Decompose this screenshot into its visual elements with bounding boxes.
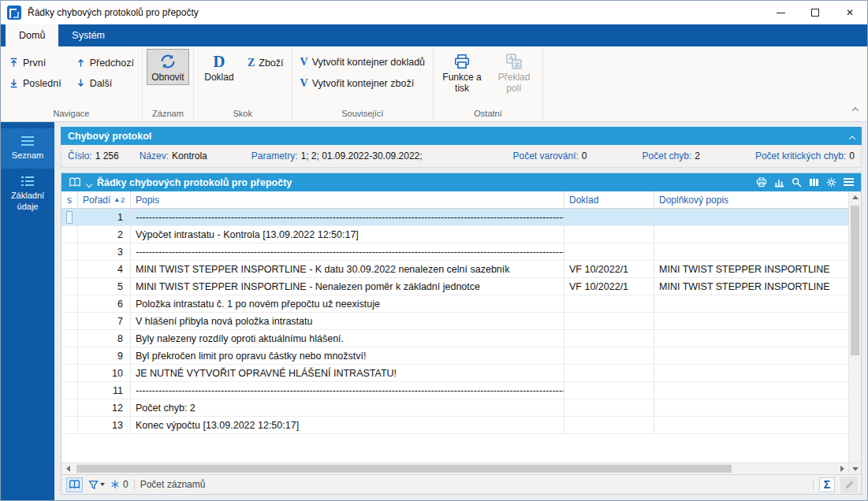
table-row[interactable]: 7 V hlášení přibyla nová položka intrast… bbox=[61, 313, 848, 330]
last-record-button[interactable]: Poslední bbox=[5, 75, 65, 91]
ribbon-collapse-button[interactable] bbox=[853, 101, 858, 115]
tab-domu[interactable]: Domů bbox=[6, 24, 58, 46]
horizontal-scrollbar[interactable] bbox=[61, 462, 861, 474]
field-cislo: Číslo: 1 256 bbox=[68, 150, 119, 161]
book-search-icon[interactable] bbox=[69, 177, 81, 187]
grid-menu-dropdown[interactable] bbox=[87, 176, 91, 190]
ribbon: První Poslední Předchozí Další bbox=[1, 46, 867, 122]
arrow-down-icon bbox=[76, 78, 86, 88]
group-label-navigace: Navigace bbox=[5, 108, 138, 121]
table-row[interactable]: 11 -------------------------------------… bbox=[61, 382, 848, 399]
column-header-poradi[interactable]: Pořadí ▲ 2 bbox=[78, 191, 131, 208]
letter-d-icon: D bbox=[213, 53, 225, 70]
refresh-icon bbox=[159, 53, 177, 70]
column-header-s[interactable]: s bbox=[61, 191, 78, 208]
protocol-panel-header: Chybový protokol bbox=[61, 127, 862, 145]
table-row[interactable]: 9 Byl překročen limit pro opravu částky … bbox=[61, 347, 848, 365]
triangle-up-icon bbox=[852, 195, 859, 199]
sidebar-item-zakladni-udaje[interactable]: Základní údaje bbox=[1, 169, 54, 220]
grid-column-headers: s Pořadí ▲ 2 Popis Doklad Doplňkový popi… bbox=[61, 191, 848, 209]
grid-hamburger-menu[interactable] bbox=[844, 178, 854, 187]
status-bar: 0 Počet záznamů Σ bbox=[61, 474, 861, 494]
print-icon[interactable] bbox=[756, 177, 767, 187]
maximize-button[interactable] bbox=[798, 1, 833, 24]
column-header-doplnkovy-popis[interactable]: Doplňkový popis bbox=[654, 191, 848, 208]
chevron-up-icon bbox=[849, 135, 855, 142]
table-row[interactable]: 2 Výpočet intrastatu - Kontrola [13.09.2… bbox=[61, 226, 848, 243]
create-goods-container-button[interactable]: V Vytvořit kontejner zboží bbox=[296, 75, 430, 91]
sidebar-item-seznam[interactable]: Seznam bbox=[1, 128, 54, 169]
window-title: Řádky chybových protokolů pro přepočty bbox=[28, 7, 199, 18]
triangle-left-icon bbox=[66, 466, 70, 472]
vertical-scroll-thumb[interactable] bbox=[851, 206, 859, 355]
columns-icon[interactable] bbox=[809, 177, 819, 187]
grid-title: Řádky chybových protokolů pro přepočty bbox=[97, 177, 292, 188]
filter-button[interactable] bbox=[88, 477, 105, 492]
table-row[interactable]: 10 JE NUTNÉ VYTVOŘIT OPRAVNÉ HLÁŠENÍ INT… bbox=[61, 365, 848, 382]
group-label-souvisejici: Související bbox=[296, 108, 430, 121]
document-jump-button[interactable]: D Doklad bbox=[198, 49, 240, 85]
triangle-down-icon bbox=[852, 467, 859, 471]
frozen-filter-count: 0 bbox=[110, 479, 129, 490]
chart-icon[interactable] bbox=[774, 177, 784, 187]
edit-button bbox=[840, 477, 858, 493]
grid-rows: 1 --------------------------------------… bbox=[61, 209, 848, 462]
next-record-button[interactable]: Další bbox=[72, 75, 138, 91]
column-header-doklad[interactable]: Doklad bbox=[564, 191, 654, 208]
scroll-up-button[interactable] bbox=[849, 191, 862, 203]
separator bbox=[134, 479, 135, 490]
table-row[interactable]: 12 Počet chyb: 2 bbox=[61, 399, 848, 417]
sum-button[interactable]: Σ bbox=[819, 477, 835, 492]
table-row[interactable]: 1 --------------------------------------… bbox=[61, 209, 848, 226]
table-row[interactable]: 8 Byly nalezeny rozdíly oproti aktuálním… bbox=[61, 330, 848, 347]
ribbon-group-souvisejici: V Vytvořit kontejner dokladů V Vytvořit … bbox=[292, 46, 434, 121]
table-row[interactable]: 3 --------------------------------------… bbox=[61, 243, 848, 261]
protocol-title: Chybový protokol bbox=[68, 131, 151, 142]
table-row[interactable]: 13 Konec výpočtu [13.09.2022 12:50:17] bbox=[61, 417, 848, 434]
main-area: Chybový protokol Číslo: 1 256 Název: Kon… bbox=[54, 122, 867, 500]
scroll-right-button[interactable] bbox=[836, 463, 848, 475]
table-row[interactable]: 5 MINI TWIST STEPPER INSPORTLINE - Nenal… bbox=[61, 278, 848, 295]
ribbon-group-skok: D Doklad Z Zboží Skok bbox=[194, 46, 292, 121]
title-bar: Řádky chybových protokolů pro přepočty ✕ bbox=[1, 1, 867, 24]
close-button[interactable]: ✕ bbox=[833, 1, 867, 24]
minimize-icon bbox=[777, 13, 785, 13]
minimize-button[interactable] bbox=[763, 1, 798, 24]
horizontal-scroll-thumb[interactable] bbox=[76, 465, 732, 473]
arrow-up-icon bbox=[76, 58, 86, 68]
ribbon-group-navigace: První Poslední Předchozí Další bbox=[1, 46, 143, 121]
table-row[interactable]: 4 MINI TWIST STEPPER INSPORTLINE - K dat… bbox=[61, 261, 848, 278]
refresh-button[interactable]: Obnovit bbox=[147, 49, 189, 85]
arrow-down-bar-icon bbox=[9, 78, 19, 88]
chevron-down-icon bbox=[86, 180, 92, 187]
detail-view-toggle[interactable] bbox=[66, 477, 83, 492]
letter-z-icon: Z bbox=[248, 58, 255, 69]
ribbon-tab-bar: Domů Systém bbox=[1, 24, 867, 46]
protocol-collapse-button[interactable] bbox=[850, 129, 855, 143]
tab-system[interactable]: Systém bbox=[58, 24, 118, 46]
column-header-popis[interactable]: Popis bbox=[131, 191, 564, 208]
snowflake-icon bbox=[110, 480, 120, 489]
search-icon[interactable] bbox=[792, 177, 802, 187]
app-window: Řádky chybových protokolů pro přepočty ✕… bbox=[0, 0, 868, 501]
letter-v-icon: V bbox=[300, 78, 308, 89]
table-row[interactable]: 6 Položka intrastatu č. 1 po novém přepo… bbox=[61, 295, 848, 313]
ribbon-group-zaznam: Obnovit Záznam bbox=[143, 46, 194, 121]
create-document-container-button[interactable]: V Vytvořit kontejner dokladů bbox=[296, 54, 430, 70]
goods-jump-button[interactable]: Z Zboží bbox=[244, 54, 288, 71]
menu-icon bbox=[844, 178, 854, 180]
first-record-button[interactable]: První bbox=[5, 54, 65, 71]
field-pocet-kritickych-chyb: Počet kritických chyb: 0 bbox=[755, 150, 855, 161]
gear-icon[interactable] bbox=[826, 177, 836, 187]
scroll-left-button[interactable] bbox=[61, 463, 74, 475]
functions-print-button[interactable]: Funkce a tisk bbox=[438, 49, 486, 96]
triangle-right-icon bbox=[840, 466, 844, 472]
translate-icon bbox=[505, 53, 523, 70]
maximize-icon bbox=[811, 9, 819, 17]
records-count-button[interactable]: Počet záznamů bbox=[140, 479, 206, 490]
scroll-down-button[interactable] bbox=[848, 463, 861, 474]
detail-icon bbox=[20, 176, 35, 187]
vertical-scrollbar[interactable] bbox=[848, 191, 861, 462]
previous-record-button[interactable]: Předchozí bbox=[72, 54, 138, 71]
letter-v-icon: V bbox=[300, 57, 308, 68]
